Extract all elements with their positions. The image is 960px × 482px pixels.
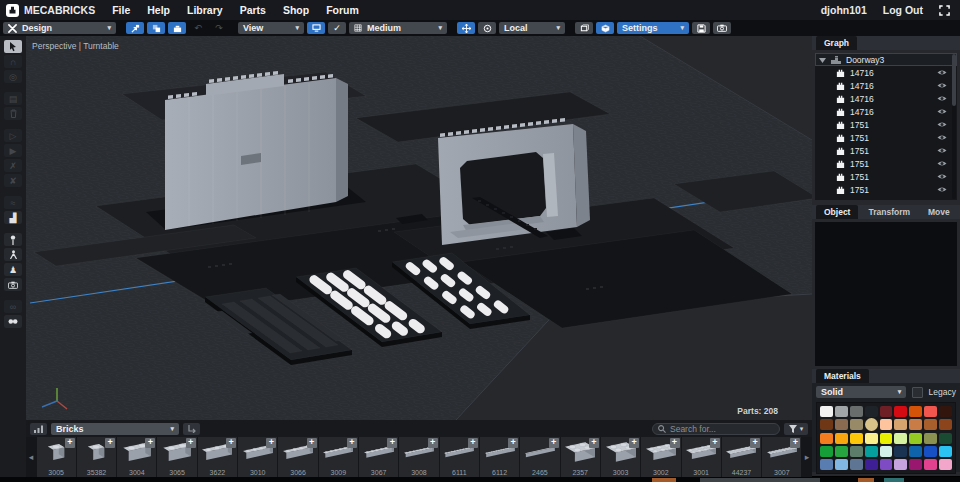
color-swatch[interactable] bbox=[850, 406, 863, 417]
color-swatch[interactable] bbox=[880, 433, 893, 444]
graph-part-row[interactable]: 1751 bbox=[815, 170, 957, 183]
color-swatch[interactable] bbox=[939, 446, 952, 457]
render-view-button[interactable] bbox=[307, 22, 325, 34]
color-swatch[interactable] bbox=[820, 446, 833, 457]
color-swatch[interactable] bbox=[924, 459, 937, 470]
material-type-select[interactable]: Solid ▾ bbox=[816, 386, 906, 398]
add-part-plus-button[interactable]: + bbox=[549, 438, 559, 448]
snap-toggle-button[interactable]: ✓ bbox=[328, 22, 346, 34]
add-part-plus-button[interactable]: + bbox=[468, 438, 478, 448]
color-swatch[interactable] bbox=[924, 406, 937, 417]
color-swatch[interactable] bbox=[835, 419, 848, 430]
color-swatch[interactable] bbox=[880, 446, 893, 457]
mecabricks-logo[interactable]: MECABRICKS bbox=[6, 4, 95, 17]
add-part-plus-button[interactable]: + bbox=[508, 438, 518, 448]
minifig-tool-button[interactable] bbox=[4, 248, 22, 261]
color-swatch[interactable] bbox=[880, 406, 893, 417]
menu-parts[interactable]: Parts bbox=[240, 4, 266, 16]
break-tool-button[interactable]: ✗ bbox=[4, 159, 22, 172]
visibility-eye-icon[interactable] bbox=[937, 160, 947, 167]
part-cell[interactable]: + 3009 bbox=[319, 437, 358, 477]
delete-tool-button[interactable] bbox=[4, 107, 22, 120]
part-cell[interactable]: + 3008 bbox=[399, 437, 438, 477]
category-select[interactable]: Bricks ▾ bbox=[51, 423, 179, 435]
add-part-plus-button[interactable]: + bbox=[186, 438, 196, 448]
bounding-box-button[interactable] bbox=[575, 22, 593, 34]
sort-parts-button[interactable] bbox=[30, 423, 47, 435]
tab-transform[interactable]: Transform bbox=[860, 205, 918, 219]
add-part-plus-button[interactable]: + bbox=[266, 438, 276, 448]
graph-scrollbar[interactable] bbox=[952, 54, 956, 199]
steps-tool-button[interactable]: ▟ bbox=[4, 211, 22, 224]
part-cell[interactable]: + 2465 bbox=[520, 437, 559, 477]
part-cell[interactable]: + 3002 bbox=[641, 437, 680, 477]
color-swatch[interactable] bbox=[880, 459, 893, 470]
grid-size-select[interactable]: Medium ▾ bbox=[349, 22, 447, 34]
part-cell[interactable]: + 3004 bbox=[117, 437, 156, 477]
part-cell[interactable]: + 3067 bbox=[359, 437, 398, 477]
add-part-plus-button[interactable]: + bbox=[790, 438, 800, 448]
search-input[interactable] bbox=[670, 424, 774, 434]
menu-file[interactable]: File bbox=[112, 4, 130, 16]
color-swatch[interactable] bbox=[939, 419, 952, 430]
menu-forum[interactable]: Forum bbox=[326, 4, 359, 16]
part-cell[interactable]: + 3003 bbox=[601, 437, 640, 477]
color-swatch[interactable] bbox=[835, 446, 848, 457]
menu-help[interactable]: Help bbox=[147, 4, 170, 16]
import-part-button[interactable] bbox=[126, 22, 144, 34]
scroll-parts-right-button[interactable]: ▸ bbox=[802, 437, 812, 477]
color-swatch[interactable] bbox=[865, 446, 878, 457]
part-cell[interactable]: + 3010 bbox=[238, 437, 277, 477]
save-button[interactable] bbox=[692, 22, 710, 34]
solid-cube-button[interactable] bbox=[596, 22, 614, 34]
add-part-plus-button[interactable]: + bbox=[307, 438, 317, 448]
color-swatch[interactable] bbox=[894, 459, 907, 470]
path-tool-button[interactable]: ≈ bbox=[4, 196, 22, 209]
add-part-plus-button[interactable]: + bbox=[347, 438, 357, 448]
category-up-button[interactable] bbox=[183, 423, 200, 435]
tab-object[interactable]: Object bbox=[816, 205, 858, 219]
add-part-plus-button[interactable]: + bbox=[145, 438, 155, 448]
add-part-plus-button[interactable]: + bbox=[428, 438, 438, 448]
add-part-plus-button[interactable]: + bbox=[65, 438, 75, 448]
color-swatch[interactable] bbox=[835, 459, 848, 470]
add-brick-button[interactable] bbox=[168, 22, 186, 34]
explore-tool-button[interactable] bbox=[4, 315, 22, 328]
part-cell[interactable]: + 35382 bbox=[77, 437, 116, 477]
camera-tool-button[interactable] bbox=[4, 278, 22, 291]
visibility-eye-icon[interactable] bbox=[937, 186, 947, 193]
undo-button[interactable]: ↶ bbox=[189, 22, 207, 34]
visibility-eye-icon[interactable] bbox=[937, 147, 947, 154]
color-swatch[interactable] bbox=[924, 433, 937, 444]
logout-link[interactable]: Log Out bbox=[883, 4, 923, 16]
color-swatch[interactable] bbox=[924, 419, 937, 430]
visibility-eye-icon[interactable] bbox=[937, 121, 947, 128]
menu-shop[interactable]: Shop bbox=[283, 4, 309, 16]
color-swatch[interactable] bbox=[894, 406, 907, 417]
visibility-eye-icon[interactable] bbox=[937, 95, 947, 102]
flip-y-tool-button[interactable]: ▶ bbox=[4, 144, 22, 157]
part-cell[interactable]: + 3065 bbox=[157, 437, 196, 477]
part-cell[interactable]: + 2357 bbox=[561, 437, 600, 477]
mode-select[interactable]: Design ▾ bbox=[3, 22, 116, 34]
add-part-plus-button[interactable]: + bbox=[226, 438, 236, 448]
add-part-plus-button[interactable]: + bbox=[670, 438, 680, 448]
visibility-eye-icon[interactable] bbox=[937, 82, 947, 89]
color-swatch[interactable] bbox=[909, 446, 922, 457]
color-swatch[interactable] bbox=[850, 419, 863, 430]
repair-tool-button[interactable]: ✘ bbox=[4, 174, 22, 187]
add-part-plus-button[interactable]: + bbox=[105, 438, 115, 448]
visibility-eye-icon[interactable] bbox=[937, 134, 947, 141]
color-swatch[interactable] bbox=[865, 418, 878, 431]
username[interactable]: djohn101 bbox=[821, 4, 867, 16]
menu-library[interactable]: Library bbox=[187, 4, 223, 16]
add-part-plus-button[interactable]: + bbox=[387, 438, 397, 448]
color-swatch[interactable] bbox=[909, 419, 922, 430]
color-swatch[interactable] bbox=[835, 406, 848, 417]
color-swatch[interactable] bbox=[880, 419, 893, 430]
color-swatch[interactable] bbox=[850, 433, 863, 444]
filter-button[interactable]: ▾ bbox=[784, 423, 808, 435]
color-swatch[interactable] bbox=[865, 459, 878, 470]
graph-part-row[interactable]: 1751 bbox=[815, 183, 957, 196]
clipboard-tool-button[interactable]: ▤ bbox=[4, 92, 22, 105]
